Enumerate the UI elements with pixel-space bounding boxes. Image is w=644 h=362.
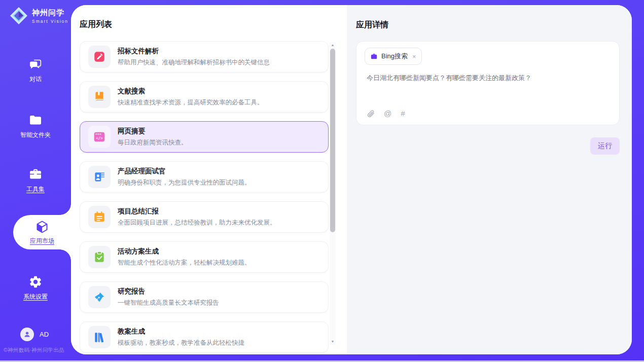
brand-diamond-icon <box>9 6 28 25</box>
app-list-panel: 应用列表 招标文件解析 帮助用户快速、准确地理解和解析招标书中的关键信息 文献搜… <box>71 5 347 354</box>
book-icon <box>88 86 111 108</box>
brand-subtitle: Smart Vision <box>32 19 68 24</box>
brand-logo: 神州问学 Smart Vision <box>9 6 68 25</box>
app-item-desc: 快速精准查找学术资源，提高研究效率的必备工具。 <box>118 98 264 107</box>
app-card[interactable]: 活动方案生成 智能生成个性化活动方案，轻松解决规划难题。 <box>80 241 329 273</box>
brand-name: 神州问学 <box>32 8 68 18</box>
books-icon <box>88 326 111 348</box>
app-item-title: 研究报告 <box>118 287 219 296</box>
svg-text:</>: </> <box>96 136 103 140</box>
sidebar-item-app-market[interactable]: 应用市场 <box>13 215 71 249</box>
app-item-title: 教案生成 <box>118 327 244 336</box>
browser-code-icon: </> <box>88 126 111 148</box>
prompt-input[interactable]: 今日湖北有哪些新闻要点？有哪些需要关注的最新政策？ <box>367 73 609 83</box>
app-item-title: 项目总结汇报 <box>118 207 276 216</box>
app-item-desc: 一键智能生成高质量长文本研究报告 <box>118 299 219 307</box>
scrollbar-down-icon[interactable]: ▼ <box>330 339 336 345</box>
calendar-report-icon <box>88 206 111 228</box>
app-detail-title: 应用详情 <box>356 20 388 30</box>
toolbox-icon <box>28 167 43 182</box>
app-list: 招标文件解析 帮助用户快速、准确地理解和解析招标书中的关键信息 文献搜索 快速精… <box>80 41 329 354</box>
app-item-title: 招标文件解析 <box>118 47 270 56</box>
briefcase-icon <box>370 53 378 60</box>
cube-icon <box>34 220 50 235</box>
run-row: 运行 <box>356 137 620 155</box>
sidebar-item-toolset[interactable]: 工具集 <box>0 167 71 194</box>
paperclip-icon[interactable] <box>367 110 375 118</box>
copyright-text: ©神州数码·神州问学出品 <box>4 347 71 354</box>
app-list-scrollbar[interactable]: ▲ ▼ <box>330 42 336 345</box>
sidebar-item-label: 应用市场 <box>30 237 54 245</box>
scrollbar-thumb[interactable] <box>330 49 335 232</box>
app-item-title: 产品经理面试官 <box>118 167 251 176</box>
app-item-title: 文献搜索 <box>118 87 264 96</box>
sidebar-item-label: 智能文件夹 <box>20 131 51 139</box>
app-item-desc: 模板驱动，教案秒成，教学准备从此轻松快捷 <box>118 339 244 347</box>
user-account[interactable]: AD <box>20 328 49 341</box>
chat-icon <box>28 57 43 71</box>
app-card[interactable]: 招标文件解析 帮助用户快速、准确地理解和解析招标书中的关键信息 <box>80 41 329 73</box>
main-content: 应用列表 招标文件解析 帮助用户快速、准确地理解和解析招标书中的关键信息 文献搜… <box>71 5 632 354</box>
app-item-desc: 每日政府新闻资讯快查。 <box>118 138 188 147</box>
run-button[interactable]: 运行 <box>590 137 620 155</box>
avatar <box>20 328 34 341</box>
app-item-title: 活动方案生成 <box>118 247 251 256</box>
app-item-desc: 明确身份和职责，为您提供专业性的面试问题。 <box>118 178 251 187</box>
prompt-card: Bing搜索 × 今日湖北有哪些新闻要点？有哪些需要关注的最新政策？ @ # <box>356 41 620 125</box>
username: AD <box>40 331 49 338</box>
app-item-title: 网页摘要 <box>118 127 188 136</box>
tool-chip-bing-search[interactable]: Bing搜索 × <box>365 48 422 65</box>
scrollbar-up-icon[interactable]: ▲ <box>330 42 336 48</box>
interviewer-icon <box>88 166 111 188</box>
folder-icon <box>28 113 43 127</box>
at-mention-icon[interactable]: @ <box>384 109 391 118</box>
app-card[interactable]: 文献搜索 快速精准查找学术资源，提高研究效率的必备工具。 <box>80 81 329 113</box>
tool-chip-label: Bing搜索 <box>381 52 408 61</box>
app-list-title: 应用列表 <box>80 19 112 30</box>
sidebar-item-label: 工具集 <box>26 185 45 194</box>
hash-tag-icon[interactable]: # <box>401 109 405 118</box>
sidebar-item-chat[interactable]: 对话 <box>0 57 71 84</box>
app-item-desc: 全面回顾项目进展，总结经验教训，助力未来优化发展。 <box>118 219 276 227</box>
sidebar-item-smart-folder[interactable]: 智能文件夹 <box>0 113 71 139</box>
pen-report-icon <box>88 286 111 308</box>
sidebar-item-settings[interactable]: 系统设置 <box>0 275 71 301</box>
sidebar-item-label: 系统设置 <box>23 293 48 301</box>
app-card[interactable]: </> 网页摘要 每日政府新闻资讯快查。 <box>80 121 329 153</box>
clipboard-check-icon <box>88 246 111 268</box>
sidebar-item-label: 对话 <box>29 75 42 84</box>
sidebar: 神州问学 Smart Vision 对话 智能文件夹 工具集 <box>0 0 71 362</box>
close-icon[interactable]: × <box>412 53 416 60</box>
app-card[interactable]: 研究报告 一键智能生成高质量长文本研究报告 <box>80 281 329 313</box>
attachment-toolbar: @ # <box>367 109 405 118</box>
app-item-desc: 帮助用户快速、准确地理解和解析招标书中的关键信息 <box>118 58 270 67</box>
app-item-desc: 智能生成个性化活动方案，轻松解决规划难题。 <box>118 259 251 267</box>
gear-icon <box>28 275 43 289</box>
app-card[interactable]: 产品经理面试官 明确身份和职责，为您提供专业性的面试问题。 <box>80 161 329 193</box>
app-detail-panel: 应用详情 Bing搜索 × 今日湖北有哪些新闻要点？有哪些需要关注的最新政策？ <box>347 5 632 354</box>
app-card[interactable]: 项目总结汇报 全面回顾项目进展，总结经验教训，助力未来优化发展。 <box>80 201 329 233</box>
app-card[interactable]: 教案生成 模板驱动，教案秒成，教学准备从此轻松快捷 <box>80 321 329 353</box>
document-edit-icon <box>88 46 111 68</box>
